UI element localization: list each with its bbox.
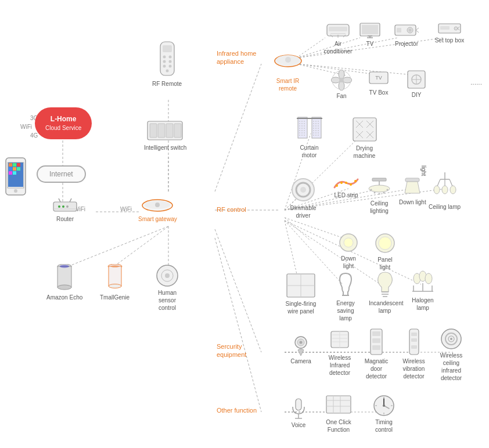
svg-point-54 (62, 205, 64, 208)
air-conditioner-label: Air conditioner (323, 40, 353, 55)
cloud-shape: L-Home Cloud Service (35, 107, 92, 139)
infrared-category: Infrared home appliance (217, 49, 263, 66)
wireless-ceiling-infrared-icon (440, 328, 462, 350)
light-label: light (420, 165, 427, 176)
svg-point-187 (300, 341, 303, 344)
svg-rect-104 (397, 28, 401, 32)
wifi-label-3: WiFi (120, 206, 132, 212)
cloud-line1: L-Home (45, 114, 81, 124)
dimmable-driver-node: Dimmable driver (289, 177, 318, 219)
svg-point-164 (434, 186, 440, 194)
svg-line-10 (215, 229, 261, 352)
svg-point-89 (285, 57, 291, 63)
curtain-motor-node: Curtain motor (293, 116, 325, 159)
camera-node: Camera (290, 334, 312, 365)
svg-point-67 (168, 60, 171, 63)
energy-saving-label: Energy saving lamp (331, 299, 360, 322)
svg-point-65 (168, 56, 171, 59)
svg-point-113 (339, 70, 344, 79)
wireless-infrared-label: Wireless Infrared detector (325, 354, 355, 377)
svg-point-145 (336, 185, 338, 187)
svg-rect-46 (9, 167, 12, 171)
svg-point-166 (450, 186, 456, 194)
svg-text:TV: TV (375, 75, 382, 81)
incandescent-node: Incandescent lamp (369, 270, 401, 315)
human-sensor-node: Human sensor control (150, 264, 185, 312)
svg-line-105 (416, 28, 419, 30)
ceiling-lamp-label: Ceiling lamp (429, 203, 461, 211)
diy-icon (407, 70, 426, 89)
smart-gateway-icon (142, 197, 174, 214)
magnetic-door-label: Magnatic door detector (361, 357, 391, 380)
internet-node: Internet (37, 165, 86, 183)
svg-point-156 (383, 192, 385, 194)
svg-point-51 (14, 189, 17, 193)
smart-gateway-label: Smart gateway (138, 215, 177, 223)
svg-line-5 (67, 226, 168, 267)
svg-rect-196 (372, 345, 380, 350)
svg-point-149 (354, 180, 357, 182)
down-light2-label: Down light (336, 255, 361, 270)
dimmable-driver-label: Dimmable driver (289, 204, 318, 219)
svg-rect-97 (362, 25, 378, 34)
smart-gateway-node: Smart gateway (138, 197, 177, 223)
svg-rect-75 (174, 124, 181, 138)
svg-point-151 (369, 185, 390, 192)
ceiling-lighting-icon (366, 177, 392, 198)
svg-line-26 (285, 218, 311, 241)
halogen-node: Halogen lamp (408, 267, 438, 312)
svg-line-9 (215, 64, 261, 192)
svg-rect-200 (411, 345, 417, 349)
tv-box-icon: TV (368, 70, 389, 87)
rf-control-category: RF control (217, 206, 246, 213)
svg-rect-205 (296, 399, 301, 410)
rf-remote-node: RF Remote (152, 41, 182, 88)
svg-point-180 (425, 273, 432, 284)
svg-rect-50 (13, 171, 16, 175)
svg-line-18 (296, 64, 418, 75)
air-conditioner-icon (326, 22, 350, 38)
single-firing-label: Single-firing wire panel (283, 300, 318, 315)
timing-node: Timing control (369, 395, 399, 433)
svg-point-148 (350, 183, 352, 186)
svg-point-66 (163, 60, 166, 63)
human-sensor-label: Human sensor control (150, 289, 185, 312)
internet-shape: Internet (37, 165, 86, 183)
svg-point-78 (57, 285, 71, 290)
camera-icon (290, 334, 312, 356)
ceiling-lighting-node: Ceiling lighting (365, 177, 394, 215)
led-strip-icon (332, 177, 360, 190)
svg-rect-195 (372, 338, 380, 343)
phone-node (5, 157, 27, 196)
set-top-box-label: Set top box (434, 37, 465, 44)
svg-point-204 (450, 338, 452, 340)
svg-point-147 (345, 182, 347, 184)
air-conditioner-node: Air conditioner (323, 22, 353, 55)
svg-rect-48 (17, 167, 20, 171)
svg-rect-194 (372, 331, 380, 336)
ceiling-lighting-label: Ceiling lighting (365, 200, 394, 215)
router-icon (51, 197, 79, 214)
router-node: Router (51, 197, 79, 223)
projector-icon (394, 22, 419, 38)
phone-icon (5, 157, 27, 196)
amazon-echo-icon (56, 264, 73, 292)
wireless-vibration-label: Wireless vibration detector (398, 357, 430, 380)
projector-label: Projector (395, 40, 418, 48)
led-strip-node: LED strip (332, 177, 360, 199)
magnetic-door-icon (367, 328, 386, 356)
svg-rect-198 (411, 333, 417, 336)
down-light2-node: Down light (336, 232, 361, 270)
drying-machine-label: Drying machine (348, 144, 380, 160)
voice-icon (290, 398, 307, 420)
wireless-infrared-node: Wireless Infrared detector (325, 328, 355, 377)
svg-rect-77 (57, 266, 71, 287)
svg-rect-52 (53, 202, 77, 211)
svg-rect-199 (411, 338, 417, 342)
svg-point-154 (374, 192, 376, 194)
tv-box-node: TV TV Box (368, 70, 389, 96)
curtain-motor-icon (296, 116, 323, 142)
svg-point-53 (58, 205, 60, 208)
tv-icon (359, 22, 381, 38)
svg-line-11 (215, 238, 261, 412)
